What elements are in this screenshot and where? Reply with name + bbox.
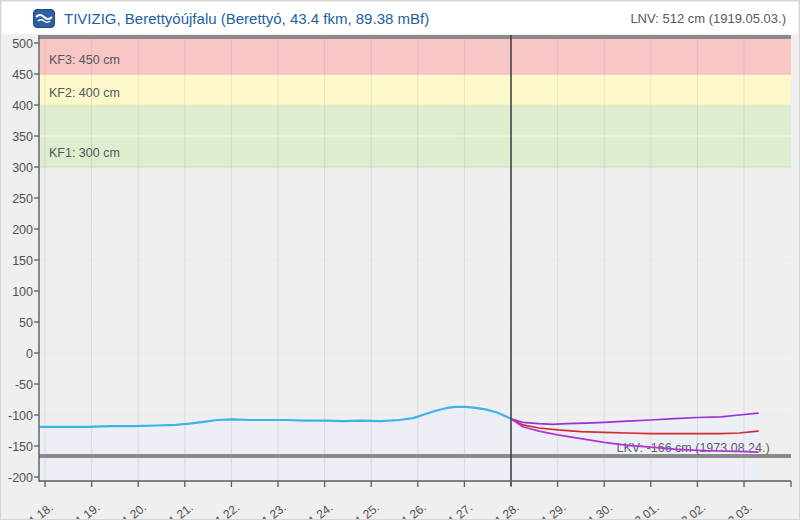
record-high-label: LNV: 512 cm (1919.05.03.) <box>630 11 786 26</box>
x-tick-label: 11.19. <box>68 500 102 520</box>
kf-band-label: KF3: 450 cm <box>49 53 120 67</box>
y-tick-label: 200 <box>12 223 33 237</box>
x-tick-label: 11.24. <box>301 500 335 520</box>
y-tick-label: 350 <box>12 130 33 144</box>
y-tick-label: 150 <box>12 254 33 268</box>
y-tick-label: -200 <box>8 471 33 485</box>
water-gauge-widget: TIVIZIG, Berettyóújfalu (Berettyó, 43.4 … <box>0 0 800 520</box>
x-tick-label: 11.25. <box>348 500 382 520</box>
x-tick-label: 12.03. <box>720 500 755 520</box>
x-tick-label: 11.30. <box>581 500 615 520</box>
y-tick-label: 50 <box>19 316 33 330</box>
y-tick-label: 250 <box>12 192 33 206</box>
x-tick-label: 11.21. <box>161 500 195 520</box>
y-tick-label: 500 <box>12 37 33 51</box>
y-tick-label: 0 <box>26 347 33 361</box>
ref-label-lkv: LKV: -166 cm (1973.08.24.) <box>617 441 770 455</box>
x-tick-label: 11.28. <box>488 500 522 520</box>
x-tick-label: 11.22. <box>208 500 242 520</box>
flood-band <box>40 74 791 105</box>
x-tick-label: 11.27. <box>441 500 475 520</box>
x-tick-label: 11.23. <box>255 500 289 520</box>
y-tick-label: 300 <box>12 161 33 175</box>
kf-band-label: KF2: 400 cm <box>49 86 120 100</box>
y-tick-label: -100 <box>8 409 33 423</box>
flood-band <box>40 36 791 74</box>
wave-logo-icon <box>33 9 55 28</box>
water-level-chart: LKV: -166 cm (1973.08.24.)50045040035030… <box>1 34 799 520</box>
station-title[interactable]: TIVIZIG, Berettyóújfalu (Berettyó, 43.4 … <box>64 10 630 27</box>
y-tick-label: 100 <box>12 285 33 299</box>
chart-header: TIVIZIG, Berettyóújfalu (Berettyó, 43.4 … <box>2 2 798 34</box>
x-tick-label: 11.20. <box>115 500 149 520</box>
x-tick-label: 12.01. <box>627 500 662 520</box>
y-tick-label: -50 <box>15 378 33 392</box>
y-tick-label: -150 <box>8 440 33 454</box>
x-tick-label: 11.26. <box>394 500 428 520</box>
y-tick-label: 400 <box>12 99 33 113</box>
x-tick-label: 11.29. <box>534 500 568 520</box>
x-tick-label: 11.18. <box>22 500 56 520</box>
kf-band-label: KF1: 300 cm <box>49 146 120 160</box>
y-tick-label: 450 <box>12 68 33 82</box>
x-tick-label: 12.02. <box>673 500 708 520</box>
